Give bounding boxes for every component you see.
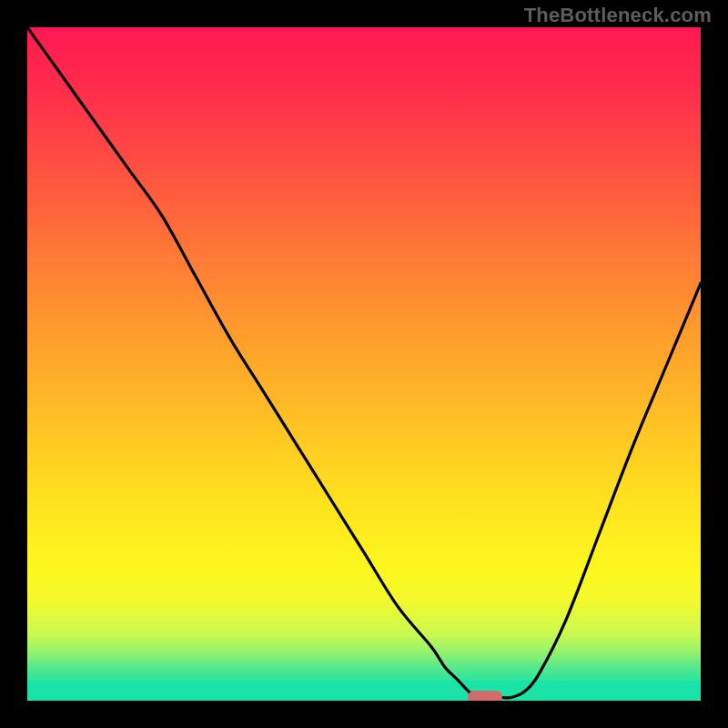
- bottleneck-curve-path: [27, 27, 701, 698]
- chart-frame: TheBottleneck.com: [0, 0, 728, 728]
- optimal-point-marker: [468, 691, 502, 701]
- watermark-text: TheBottleneck.com: [524, 4, 712, 27]
- bottleneck-curve: [27, 27, 701, 701]
- plot-area: [27, 27, 701, 701]
